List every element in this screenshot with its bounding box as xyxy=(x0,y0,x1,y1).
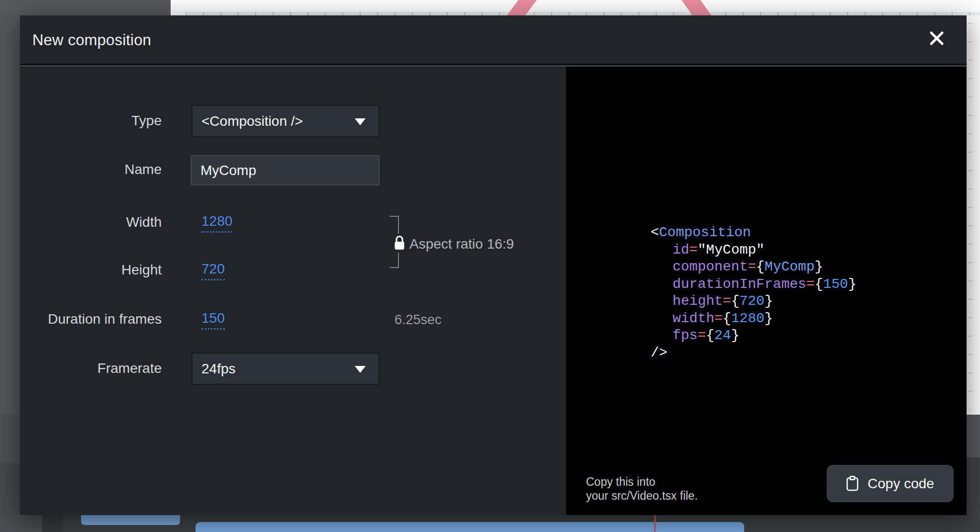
new-composition-dialog: New composition Type <Composition /> Nam… xyxy=(20,15,967,515)
framerate-select[interactable]: 24fps xyxy=(192,353,380,385)
dialog-title: New composition xyxy=(32,15,151,65)
background-panel-right-bottom xyxy=(967,457,980,515)
copy-instructions: Copy this into your src/Video.tsx file. xyxy=(586,475,698,503)
framerate-select-value: 24fps xyxy=(201,354,236,384)
composition-form: Type <Composition /> Name Width 1280 Hei… xyxy=(20,67,566,515)
x-icon xyxy=(929,31,944,46)
code-line: id="MyComp" xyxy=(566,242,967,259)
copy-code-label: Copy code xyxy=(868,476,934,492)
timeline-clip-small xyxy=(81,515,180,525)
name-input[interactable] xyxy=(191,155,380,185)
framerate-label: Framerate xyxy=(20,360,162,376)
code-snippet: <Compositionid="MyComp"component={MyComp… xyxy=(566,224,967,361)
background-panel-right-mid xyxy=(967,415,980,457)
code-line: width={1280} xyxy=(566,310,967,328)
code-line: /> xyxy=(566,345,967,362)
duration-seconds: 6.25sec xyxy=(394,312,442,328)
dialog-header: New composition xyxy=(20,15,967,65)
duration-label: Duration in frames xyxy=(20,311,162,327)
chevron-down-icon xyxy=(355,118,366,125)
dialog-body: Type <Composition /> Name Width 1280 Hei… xyxy=(20,67,967,515)
timeline-divider xyxy=(42,515,63,532)
chevron-down-icon xyxy=(355,366,366,373)
type-label: Type xyxy=(20,113,162,129)
clipboard-icon xyxy=(846,476,859,491)
type-select[interactable]: <Composition /> xyxy=(192,105,380,137)
pink-letter-stroke xyxy=(0,0,980,15)
timeline-sidebar xyxy=(0,515,42,532)
copy-instructions-line2: your src/Video.tsx file. xyxy=(586,489,698,503)
aspect-ratio-label: Aspect ratio 16:9 xyxy=(409,236,514,252)
background-canvas-right xyxy=(967,15,980,415)
width-label: Width xyxy=(20,214,162,230)
copy-instructions-line1: Copy this into xyxy=(586,475,698,489)
code-line: durationInFrames={150} xyxy=(566,276,967,293)
background-sidebar-left xyxy=(0,15,20,415)
lock-icon xyxy=(394,235,405,251)
code-preview-panel: <Compositionid="MyComp"component={MyComp… xyxy=(566,67,967,515)
height-label: Height xyxy=(20,262,162,278)
timeline-playhead xyxy=(654,515,656,532)
width-value[interactable]: 1280 xyxy=(201,213,232,233)
height-value[interactable]: 720 xyxy=(201,261,225,280)
name-label: Name xyxy=(20,162,162,177)
background-sidebar-left-mid xyxy=(0,415,20,462)
type-select-value: <Composition /> xyxy=(201,106,303,136)
background-sidebar-left-bottom xyxy=(0,462,20,515)
copy-code-button[interactable]: Copy code xyxy=(827,465,954,502)
close-button[interactable] xyxy=(926,28,948,50)
aspect-bracket-bottom xyxy=(390,253,399,268)
vertical-ruler-ticks xyxy=(968,23,973,410)
app-screen: New composition Type <Composition /> Nam… xyxy=(0,0,980,532)
code-line: <Composition xyxy=(566,224,967,242)
timeline-clip-large xyxy=(196,522,744,532)
code-line: height={720} xyxy=(566,293,967,310)
code-line: component={MyComp} xyxy=(566,259,967,276)
duration-value[interactable]: 150 xyxy=(201,310,225,330)
aspect-bracket-top xyxy=(390,216,399,234)
code-line: fps={24} xyxy=(566,327,967,345)
